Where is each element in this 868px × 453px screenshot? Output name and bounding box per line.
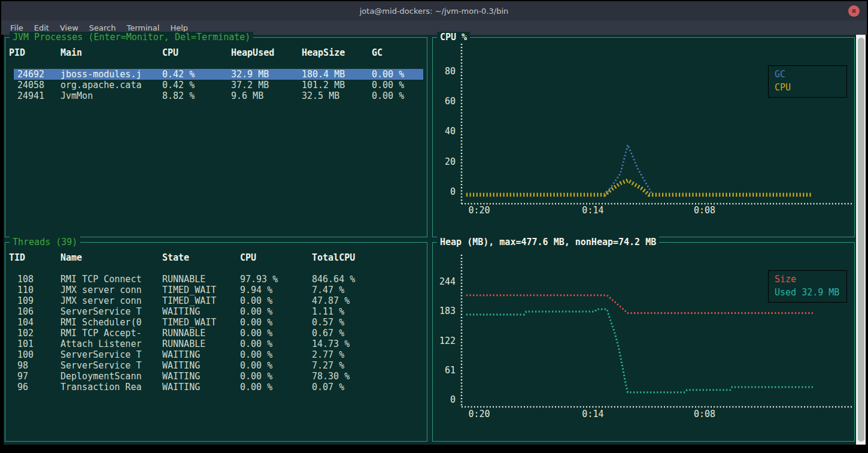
table-row[interactable]: 24058org.apache.cata0.42 %37.2 MB101.2 M… bbox=[14, 80, 423, 90]
table-cell: Attach Listener bbox=[60, 339, 162, 349]
table-cell: 14.73 % bbox=[312, 339, 423, 349]
table-cell: WAITING bbox=[162, 349, 240, 360]
table-cell: 0.00 % bbox=[240, 295, 312, 306]
threads-panel: Threads (39) TIDNameStateCPUTotalCPU 108… bbox=[5, 242, 427, 442]
table-cell: 98 bbox=[17, 360, 60, 371]
column-header: State bbox=[162, 252, 240, 263]
table-cell: WAITING bbox=[162, 360, 240, 371]
menu-item-search[interactable]: Search bbox=[84, 23, 122, 32]
table-cell: RUNNABLE bbox=[162, 328, 240, 339]
svg-text:20: 20 bbox=[445, 156, 456, 167]
table-cell: 0.00 % bbox=[240, 371, 312, 382]
table-cell: RMI TCP Accept- bbox=[60, 328, 162, 339]
table-row[interactable]: 98ServerService TWAITING0.00 %7.27 % bbox=[14, 360, 423, 371]
table-cell: 102 bbox=[17, 328, 60, 339]
table-cell: 0.00 % bbox=[240, 339, 312, 349]
legend-used-label: Used 32.9 MB bbox=[775, 286, 846, 299]
table-row[interactable]: 108RMI TCP ConnectRUNNABLE97.93 %846.64 … bbox=[14, 274, 423, 285]
menu-item-view[interactable]: View bbox=[54, 23, 84, 32]
svg-text:60: 60 bbox=[445, 96, 456, 107]
table-cell: 7.47 % bbox=[312, 285, 423, 295]
table-cell: 97.93 % bbox=[240, 274, 312, 285]
column-header: Main bbox=[60, 47, 162, 58]
svg-text:0: 0 bbox=[450, 394, 456, 405]
table-cell: 101 bbox=[17, 339, 60, 349]
legend-gc-label: GC bbox=[775, 68, 846, 81]
table-row[interactable]: 100ServerService TWAITING0.00 %2.77 % bbox=[14, 349, 423, 360]
menu-item-help[interactable]: Help bbox=[165, 23, 193, 32]
threads-table-body: 108RMI TCP ConnectRUNNABLE97.93 %846.64 … bbox=[5, 274, 427, 392]
menu-item-file[interactable]: File bbox=[5, 23, 29, 32]
table-cell: JvmMon bbox=[60, 90, 162, 101]
cpu-legend: GC CPU bbox=[768, 65, 847, 98]
window-title: jota@mid-dockers: ~/jvm-mon-0.3/bin bbox=[360, 7, 509, 16]
table-cell: jboss-modules.j bbox=[60, 69, 162, 80]
table-cell: 180.4 MB bbox=[302, 69, 372, 80]
table-row[interactable]: 102RMI TCP Accept-RUNNABLE0.00 %0.67 % bbox=[14, 328, 423, 339]
table-cell: RUNNABLE bbox=[162, 274, 240, 285]
table-row[interactable]: 110JMX server connTIMED_WAIT9.94 %7.47 % bbox=[14, 285, 423, 295]
table-row[interactable]: 97DeploymentScannWAITING0.00 %78.30 % bbox=[14, 371, 423, 382]
table-cell: 0.67 % bbox=[312, 328, 423, 339]
column-header: PID bbox=[9, 47, 60, 58]
jvm-processes-panel: JVM Processes (Enter=Monitor, Del=Termin… bbox=[5, 37, 427, 237]
svg-text:0:08: 0:08 bbox=[694, 409, 715, 419]
cpu-chart-panel: CPU % 8060402000:200:140:08 GC CPU bbox=[432, 37, 855, 237]
table-row[interactable]: 24941JvmMon8.82 %9.6 MB32.5 MB0.00 % bbox=[14, 90, 423, 101]
table-row[interactable]: 106ServerService TWAITING0.00 %1.11 % bbox=[14, 306, 423, 317]
table-cell: 37.2 MB bbox=[231, 80, 302, 90]
table-cell: RUNNABLE bbox=[162, 339, 240, 349]
table-cell: 24941 bbox=[17, 90, 60, 101]
table-row[interactable]: 104RMI Scheduler(0TIMED_WAIT0.00 %0.57 % bbox=[14, 317, 423, 328]
column-header: HeapSize bbox=[302, 47, 372, 58]
table-cell: 0.42 % bbox=[162, 80, 231, 90]
svg-text:244: 244 bbox=[439, 276, 456, 287]
table-cell: JMX server conn bbox=[60, 295, 162, 306]
table-row[interactable]: 24692jboss-modules.j0.42 %32.9 MB180.4 M… bbox=[14, 69, 423, 80]
table-row[interactable]: 96Transaction ReaWAITING0.00 %0.07 % bbox=[14, 382, 423, 392]
menu-item-terminal[interactable]: Terminal bbox=[121, 23, 165, 32]
table-cell: 0.07 % bbox=[312, 382, 423, 392]
svg-text:0:20: 0:20 bbox=[468, 409, 490, 419]
threads-table-header: TIDNameStateCPUTotalCPU bbox=[5, 252, 427, 263]
table-cell: 0.00 % bbox=[372, 80, 423, 90]
table-cell: JMX server conn bbox=[60, 285, 162, 295]
table-cell: WAITING bbox=[162, 371, 240, 382]
table-cell: WAITING bbox=[162, 382, 240, 392]
table-cell: 846.64 % bbox=[312, 274, 423, 285]
table-cell: 0.00 % bbox=[240, 306, 312, 317]
table-cell: 9.94 % bbox=[240, 285, 312, 295]
svg-text:40: 40 bbox=[445, 126, 456, 137]
svg-text:80: 80 bbox=[445, 66, 456, 77]
column-header: TotalCPU bbox=[312, 252, 427, 263]
table-cell: TIMED_WAIT bbox=[162, 317, 240, 328]
svg-text:0:20: 0:20 bbox=[468, 205, 490, 216]
heap-chart-panel: Heap (MB), max=477.6 MB, nonHeap=74.2 MB… bbox=[432, 242, 855, 442]
table-row[interactable]: 101Attach ListenerRUNNABLE0.00 %14.73 % bbox=[14, 339, 423, 349]
menu-item-edit[interactable]: Edit bbox=[29, 23, 54, 32]
table-cell: 24058 bbox=[17, 80, 60, 90]
processes-table-header: PIDMainCPUHeapUsedHeapSizeGC bbox=[5, 47, 427, 58]
table-cell: 78.30 % bbox=[312, 371, 423, 382]
legend-cpu-label: CPU bbox=[775, 81, 846, 94]
svg-text:183: 183 bbox=[439, 306, 456, 316]
column-header: GC bbox=[372, 47, 427, 58]
table-cell: 101.2 MB bbox=[302, 80, 372, 90]
table-cell: 0.00 % bbox=[240, 328, 312, 339]
scrollbar-thumb[interactable] bbox=[858, 38, 864, 442]
column-header: HeapUsed bbox=[231, 47, 302, 58]
table-cell: 2.77 % bbox=[312, 349, 423, 360]
table-cell: 106 bbox=[17, 306, 60, 317]
table-cell: Transaction Rea bbox=[60, 382, 162, 392]
table-cell: 0.00 % bbox=[240, 360, 312, 371]
table-row[interactable]: 109JMX server connTIMED_WAIT0.00 %47.87 … bbox=[14, 295, 423, 306]
table-cell: DeploymentScann bbox=[60, 371, 162, 382]
table-cell: 0.42 % bbox=[162, 69, 231, 80]
table-cell: 24692 bbox=[17, 69, 60, 80]
table-cell: 47.87 % bbox=[312, 295, 423, 306]
screen: { "window": { "title": "jota@mid-dockers… bbox=[0, 0, 868, 453]
svg-text:0:08: 0:08 bbox=[694, 205, 715, 216]
svg-text:0: 0 bbox=[450, 186, 456, 197]
table-cell: 0.00 % bbox=[240, 349, 312, 360]
close-button[interactable]: ✖ bbox=[848, 5, 860, 17]
